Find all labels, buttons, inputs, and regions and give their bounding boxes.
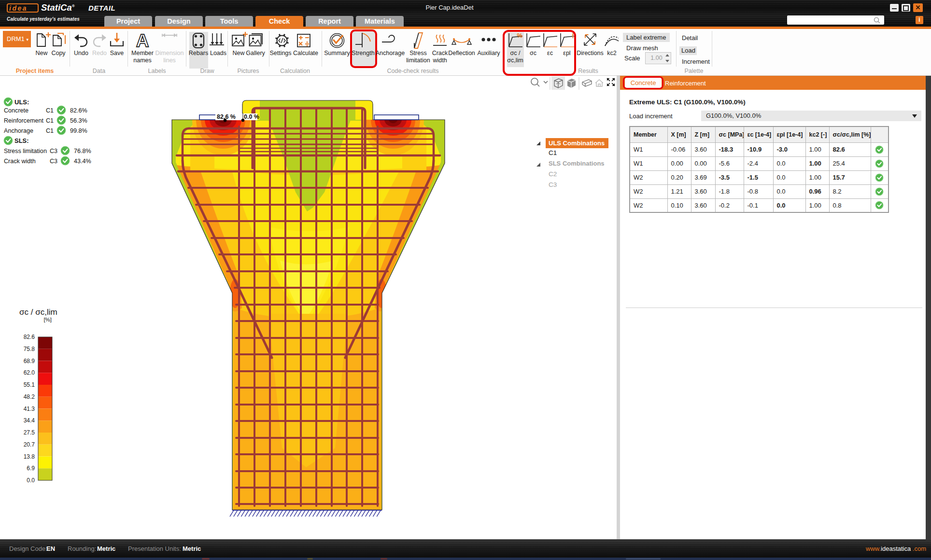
svg-text:[%]: [%] [43, 317, 52, 322]
svg-text:43.4%: 43.4% [74, 158, 91, 165]
svg-text:68.9: 68.9 [24, 358, 35, 364]
svg-text:62.0: 62.0 [24, 369, 35, 376]
svg-text:C1: C1 [46, 117, 54, 124]
svg-text:Crack width: Crack width [4, 158, 36, 165]
svg-text:C3: C3 [50, 148, 57, 154]
svg-text:C3: C3 [50, 158, 57, 165]
svg-text:55.1: 55.1 [24, 381, 35, 388]
svg-text:!: ! [572, 32, 574, 40]
svg-text:Stress limitation: Stress limitation [4, 148, 47, 154]
svg-text:99.8%: 99.8% [70, 127, 87, 134]
svg-text:Reinforcement: Reinforcement [4, 117, 43, 124]
svg-text:0.0 %: 0.0 % [244, 113, 259, 120]
svg-text:6.9: 6.9 [27, 465, 35, 472]
svg-text:0.0: 0.0 [27, 477, 35, 484]
svg-text:Anchorage: Anchorage [4, 127, 33, 134]
svg-text:41.3: 41.3 [24, 406, 35, 412]
svg-text:76.8%: 76.8% [74, 148, 91, 154]
svg-text:Concrete: Concrete [4, 107, 28, 114]
svg-text:C1: C1 [46, 127, 54, 134]
svg-text:σc / σc,lim: σc / σc,lim [19, 308, 57, 317]
svg-text:SLS:: SLS: [14, 137, 29, 144]
svg-text:75.8: 75.8 [24, 346, 35, 352]
svg-text:20.7: 20.7 [24, 441, 35, 448]
svg-text:A: A [136, 31, 149, 51]
svg-text:34.4: 34.4 [24, 417, 35, 424]
svg-text:82.6 %: 82.6 % [217, 113, 236, 120]
svg-text:%: % [517, 32, 522, 39]
svg-text:48.2: 48.2 [24, 393, 35, 400]
svg-text:56.3%: 56.3% [70, 117, 87, 124]
svg-text:82.6%: 82.6% [70, 107, 87, 114]
svg-text:ULS:: ULS: [14, 98, 29, 106]
svg-text:27.5: 27.5 [24, 429, 35, 436]
svg-text:13.8: 13.8 [24, 453, 35, 460]
svg-text:82.6: 82.6 [24, 334, 35, 340]
svg-text:C1: C1 [46, 107, 54, 114]
